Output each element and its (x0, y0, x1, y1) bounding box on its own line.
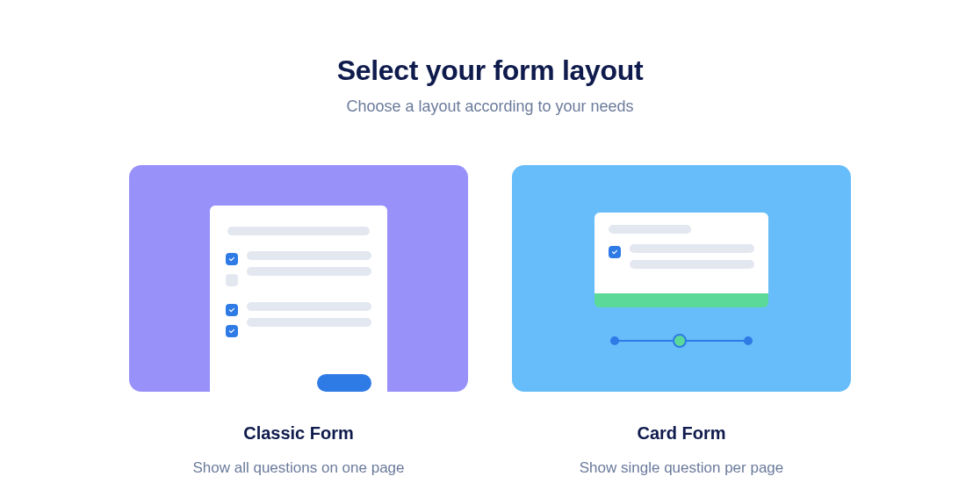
option-description-classic: Show all questions on one page (192, 459, 404, 477)
card-box-icon (594, 213, 768, 293)
placeholder-line (630, 260, 754, 269)
stepper-dot-active-icon (673, 334, 687, 348)
placeholder-check-row (609, 244, 754, 269)
option-card-form[interactable]: Card Form Show single question per page (512, 165, 851, 477)
placeholder-line (227, 227, 370, 235)
placeholder-line (247, 267, 371, 276)
page-title: Select your form layout (337, 54, 644, 87)
stepper-dot-icon (610, 336, 619, 345)
checkbox-checked-icon (226, 304, 238, 316)
placeholder-line (247, 251, 371, 260)
submit-button-icon (317, 374, 371, 392)
layout-options: Classic Form Show all questions on one p… (129, 165, 851, 477)
page-subtitle: Choose a layout according to your needs (346, 97, 633, 116)
progress-bar-icon (594, 293, 768, 307)
placeholder-check-row (226, 302, 371, 337)
card-form-preview (512, 165, 851, 392)
checkbox-checked-icon (226, 325, 238, 337)
classic-form-preview (129, 165, 468, 392)
placeholder-check-row (226, 251, 371, 286)
checkbox-unchecked-icon (226, 274, 238, 286)
checkbox-checked-icon (226, 253, 238, 265)
option-classic-form[interactable]: Classic Form Show all questions on one p… (129, 165, 468, 477)
placeholder-line (247, 318, 371, 327)
stepper-icon (610, 335, 753, 347)
classic-page-icon (210, 206, 387, 392)
option-title-classic: Classic Form (243, 423, 354, 444)
stepper-dot-icon (744, 336, 753, 345)
checkbox-checked-icon (609, 246, 621, 258)
option-description-card: Show single question per page (580, 459, 784, 477)
option-title-card: Card Form (637, 423, 725, 444)
placeholder-line (609, 225, 691, 234)
placeholder-line (630, 244, 754, 253)
placeholder-line (247, 302, 371, 311)
